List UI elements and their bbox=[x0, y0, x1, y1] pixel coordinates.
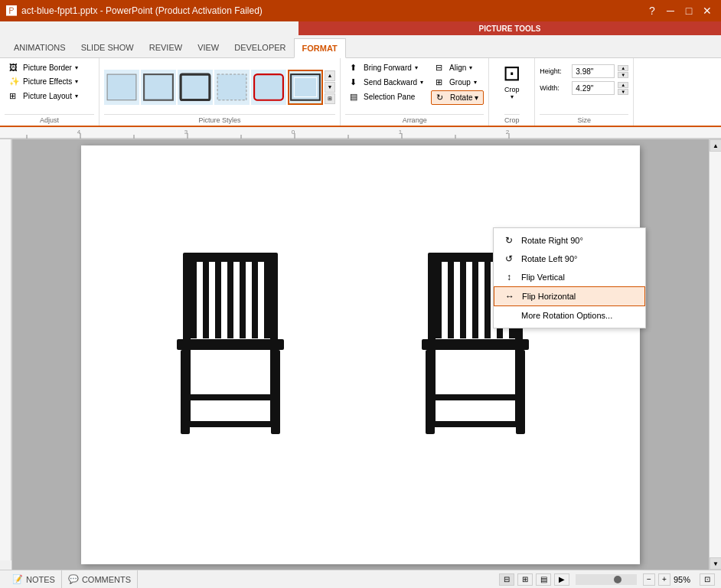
height-down[interactable]: ▼ bbox=[618, 72, 628, 78]
title-bar-controls: ? ─ □ ✕ bbox=[644, 3, 715, 18]
flip-vertical-label: Flip Vertical bbox=[521, 273, 565, 282]
style-thumb-6[interactable] bbox=[288, 70, 323, 105]
slide-canvas bbox=[81, 145, 640, 564]
width-spinner: ▲ ▼ bbox=[618, 82, 628, 95]
notes-btn[interactable]: 📝 NOTES bbox=[6, 570, 62, 588]
height-row: Height: ▲ ▼ bbox=[540, 64, 628, 78]
width-input[interactable] bbox=[572, 81, 615, 95]
svg-rect-51 bbox=[428, 253, 436, 341]
svg-rect-45 bbox=[448, 262, 454, 338]
reading-view-btn[interactable]: ▤ bbox=[536, 573, 551, 586]
picture-layout-btn[interactable]: ⊞ Picture Layout ▾ bbox=[5, 90, 83, 103]
picture-styles-group: ▲ ▼ ⊞ Picture Styles bbox=[100, 58, 341, 126]
scroll-down-btn[interactable]: ▼ bbox=[710, 557, 721, 570]
rotate-btn[interactable]: ↻ Rotate ▾ bbox=[431, 90, 484, 105]
tab-review[interactable]: REVIEW bbox=[142, 38, 190, 57]
thumb-more[interactable]: ⊞ bbox=[325, 93, 335, 104]
zoom-slider[interactable] bbox=[576, 574, 637, 585]
rotate-right-item[interactable]: ↻ Rotate Right 90° bbox=[494, 231, 645, 250]
width-label: Width: bbox=[540, 84, 569, 92]
notes-label: NOTES bbox=[26, 575, 55, 584]
selection-pane-btn[interactable]: ▤ Selection Pane bbox=[345, 90, 428, 103]
flip-horizontal-icon: ↔ bbox=[504, 290, 516, 302]
style-thumb-4[interactable] bbox=[214, 70, 250, 105]
width-row: Width: ▲ ▼ bbox=[540, 81, 628, 95]
thumb-scroll-down[interactable]: ▼ bbox=[325, 82, 335, 93]
tab-view[interactable]: VIEW bbox=[190, 38, 227, 57]
crop-content: ⊡ Crop ▾ bbox=[500, 61, 524, 113]
slide-area[interactable]: ↻ Rotate Right 90° ↺ Rotate Left 90° ↕ F… bbox=[12, 139, 709, 570]
styles-content: ▲ ▼ ⊞ bbox=[104, 61, 335, 113]
svg-rect-53 bbox=[422, 339, 529, 350]
style-thumb-2[interactable] bbox=[141, 70, 176, 105]
flip-vertical-item[interactable]: ↕ Flip Vertical bbox=[494, 268, 645, 286]
more-rotation-item[interactable]: More Rotation Options... bbox=[494, 306, 645, 325]
tabs-row: ANIMATIONS SLIDE SHOW REVIEW VIEW DEVELO… bbox=[0, 35, 721, 58]
crop-icon: ⊡ bbox=[503, 63, 520, 84]
rotate-left-item[interactable]: ↺ Rotate Left 90° bbox=[494, 250, 645, 268]
maximize-button[interactable]: □ bbox=[681, 3, 697, 18]
arrange-label: Arrange bbox=[345, 114, 484, 124]
tab-slideshow[interactable]: SLIDE SHOW bbox=[73, 38, 142, 57]
svg-rect-7 bbox=[0, 127, 721, 139]
comments-btn[interactable]: 💬 COMMENTS bbox=[62, 570, 138, 588]
close-button[interactable]: ✕ bbox=[700, 3, 715, 18]
svg-text:2: 2 bbox=[506, 129, 510, 136]
send-backward-icon: ⬇ bbox=[350, 77, 360, 87]
help-button[interactable]: ? bbox=[644, 3, 660, 18]
svg-rect-44 bbox=[436, 262, 442, 338]
svg-rect-5 bbox=[291, 74, 320, 100]
crop-button[interactable]: ⊡ Crop ▾ bbox=[500, 61, 524, 102]
svg-rect-2 bbox=[181, 74, 210, 100]
scroll-up-btn[interactable]: ▲ bbox=[710, 139, 721, 152]
send-backward-btn[interactable]: ⬇ Send Backward ▾ bbox=[345, 76, 428, 89]
thumb-scroll-up[interactable]: ▲ bbox=[325, 70, 335, 81]
picture-layout-icon: ⊞ bbox=[9, 91, 20, 101]
fit-slide-btn[interactable]: ⊡ bbox=[700, 573, 715, 586]
tab-developer[interactable]: DEVELOPER bbox=[227, 38, 293, 57]
notes-icon: 📝 bbox=[12, 574, 23, 584]
tab-animations[interactable]: ANIMATIONS bbox=[6, 38, 73, 57]
minimize-button[interactable]: ─ bbox=[663, 3, 678, 18]
slide-sorter-btn[interactable]: ⊞ bbox=[517, 573, 533, 586]
bring-forward-btn[interactable]: ⬆ Bring Forward ▾ bbox=[345, 61, 428, 74]
flip-horizontal-item[interactable]: ↔ Flip Horizontal bbox=[494, 286, 645, 306]
style-thumb-3[interactable] bbox=[178, 70, 213, 105]
width-down[interactable]: ▼ bbox=[618, 89, 628, 95]
tab-format[interactable]: FORMAT bbox=[294, 38, 346, 58]
thumb-nav: ▲ ▼ ⊞ bbox=[325, 70, 335, 104]
height-input[interactable] bbox=[572, 64, 615, 78]
svg-rect-42 bbox=[181, 421, 280, 427]
zoom-in-btn[interactable]: + bbox=[658, 573, 670, 586]
height-up[interactable]: ▲ bbox=[618, 65, 628, 71]
align-btn[interactable]: ⊟ Align ▾ bbox=[431, 61, 484, 74]
svg-rect-33 bbox=[264, 262, 270, 338]
slideshow-view-btn[interactable]: ▶ bbox=[554, 573, 569, 586]
title-bar: 🅿 act-blue-fppt1.pptx - PowerPoint (Prod… bbox=[0, 0, 721, 21]
width-up[interactable]: ▲ bbox=[618, 82, 628, 88]
svg-rect-34 bbox=[183, 253, 191, 341]
picture-tools-label-row: PICTURE TOOLS bbox=[0, 21, 721, 35]
status-bar: 📝 NOTES 💬 COMMENTS ⊟ ⊞ ▤ ▶ − + 95% ⊡ bbox=[0, 570, 721, 588]
zoom-out-btn[interactable]: − bbox=[643, 573, 655, 586]
svg-rect-28 bbox=[203, 262, 209, 338]
normal-view-btn[interactable]: ⊟ bbox=[499, 573, 514, 586]
style-thumb-5[interactable] bbox=[251, 70, 286, 105]
picture-border-btn[interactable]: 🖼 Picture Border ▾ bbox=[5, 61, 83, 74]
chair-left[interactable] bbox=[169, 249, 292, 452]
ribbon: 🖼 Picture Border ▾ ✨ Picture Effects ▾ ⊞… bbox=[0, 58, 721, 127]
selection-pane-label: Selection Pane bbox=[364, 93, 415, 101]
rotate-left-icon: ↺ bbox=[503, 253, 515, 265]
style-thumb-1[interactable] bbox=[104, 70, 139, 105]
flip-horizontal-label: Flip Horizontal bbox=[522, 292, 576, 301]
comments-icon: 💬 bbox=[68, 574, 79, 584]
zoom-thumb bbox=[614, 576, 621, 583]
scroll-track[interactable] bbox=[710, 152, 721, 557]
svg-text:4: 4 bbox=[77, 129, 81, 136]
height-label: Height: bbox=[540, 67, 569, 75]
adjust-group-label: Adjust bbox=[5, 114, 94, 124]
app-icon: 🅿 bbox=[6, 5, 17, 17]
group-btn[interactable]: ⊞ Group ▾ bbox=[431, 76, 484, 89]
svg-rect-30 bbox=[227, 262, 233, 338]
picture-effects-btn[interactable]: ✨ Picture Effects ▾ bbox=[5, 75, 83, 88]
